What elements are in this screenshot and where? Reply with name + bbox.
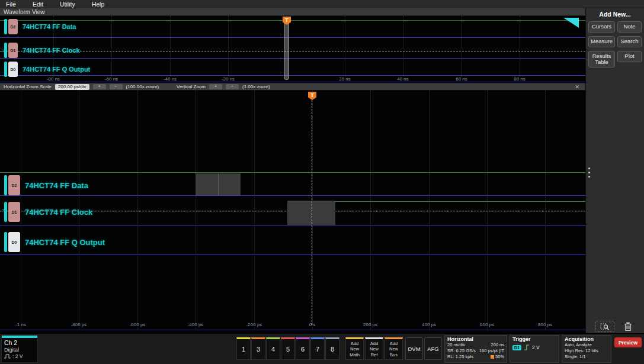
channel-label-d2[interactable]: 74HCT74 FF Data: [23, 23, 76, 30]
axis-tick-label: -200 ps: [246, 322, 262, 327]
gridline-vertical: [487, 91, 488, 330]
trace-data-high: [0, 172, 585, 173]
trigger-title: Trigger: [512, 336, 556, 342]
add-cursors-button[interactable]: Cursors: [588, 21, 615, 33]
overview-bottom-line: [0, 82, 585, 82]
channel-label-d2[interactable]: 74HCT74 FF Data: [25, 181, 88, 190]
menu-item-help[interactable]: Help: [92, 1, 105, 8]
horizontal-zoom-factor: (100.00x zoom): [126, 84, 159, 89]
channel-2-kind: Digital: [2, 346, 37, 353]
trash-button[interactable]: [620, 320, 636, 333]
digital-channel-badge-d1[interactable]: D1: [8, 202, 20, 222]
channel-label-d1[interactable]: 74HCT74 FF Clock: [23, 47, 80, 54]
zoom-select-button[interactable]: [595, 321, 614, 332]
channel-button-8[interactable]: 8: [325, 337, 339, 360]
trigger-position-line: [312, 100, 312, 325]
threshold-icon: [4, 354, 11, 359]
gridline-vertical: [545, 91, 546, 330]
horizontal-zoom-plus-button[interactable]: +: [93, 84, 106, 89]
horizontal-zoom-scale-value[interactable]: 200.00 ps/div: [55, 84, 89, 90]
axis-tick-label: -80 ns: [47, 76, 60, 82]
digital-channel-badge-d1[interactable]: D1: [8, 43, 18, 58]
close-zoom-icon[interactable]: ✕: [575, 84, 582, 90]
tab-waveform-view[interactable]: Waveform View: [4, 9, 44, 15]
channel-2-name: Ch 2: [2, 338, 37, 346]
trace-clock-high: [335, 201, 585, 202]
trigger-level: 2 V: [532, 344, 540, 350]
trigger-flag[interactable]: T: [308, 92, 316, 100]
view-tab-bar: Waveform View: [0, 8, 585, 16]
channel-row-d2: D2 74HCT74 FF Data: [4, 19, 76, 34]
menu-item-file[interactable]: File: [6, 1, 16, 8]
gridline-vertical: [370, 91, 371, 330]
horizontal-zoom-scale-label: Horizontal Zoom Scale: [4, 84, 52, 89]
digital-channel-badge-d2[interactable]: D2: [8, 175, 20, 195]
add-results-table-button[interactable]: Results Table: [588, 51, 615, 67]
channel-label-d0[interactable]: 74HCT74 FF Q Output: [23, 66, 90, 73]
zoom-select-icon: [600, 323, 610, 331]
vertical-zoom-factor: (1.00x zoom): [242, 84, 270, 89]
acquisition-settings-panel[interactable]: Acquisition Auto, Analyze High Res: 12 b…: [562, 335, 611, 363]
horizontal-settings-panel[interactable]: Horizontal 20 ns/div200 ns SR: 6.25 GS/s…: [444, 335, 507, 363]
trigger-source-badge: D1: [512, 345, 521, 350]
menu-item-edit[interactable]: Edit: [33, 1, 43, 8]
axis-tick-label: -20 ns: [222, 76, 235, 82]
overview-corner-handle-icon[interactable]: [563, 18, 579, 28]
channel-button-3[interactable]: 3: [251, 337, 265, 360]
channel-row-d1: D1 74HCT74 FF Clock: [4, 43, 80, 58]
channel-button-1[interactable]: 1: [236, 337, 251, 360]
add-search-button[interactable]: Search: [617, 36, 642, 47]
add-note-button[interactable]: Note: [617, 21, 642, 33]
digital-channel-badge-d2[interactable]: D2: [8, 19, 18, 34]
afg-button[interactable]: AFG: [424, 337, 442, 360]
channel-label-d1[interactable]: 74HCT74 FF Clock: [25, 208, 92, 217]
preview-button[interactable]: Preview: [614, 337, 642, 347]
trace-data-low: [0, 37, 585, 38]
channel-button-4[interactable]: 4: [266, 337, 280, 360]
channel-row-d0: D0 74HCT74 FF Q Output: [4, 62, 90, 77]
channel-label-d0[interactable]: 74HCT74 FF Q Output: [25, 238, 105, 247]
add-plot-button[interactable]: Plot: [617, 51, 642, 62]
axis-tick-label: -600 ps: [130, 322, 146, 327]
trigger-settings-panel[interactable]: Trigger D1 2 V: [510, 335, 559, 363]
bottom-bar: Ch 2 Digital : 2 V 1 3 4 5 6 7 8 Add New…: [0, 333, 644, 364]
channel-button-6[interactable]: 6: [296, 337, 310, 360]
vertical-zoom-label: Vertical Zoom: [177, 84, 206, 89]
axis-tick-label: -40 ns: [164, 76, 177, 82]
trash-icon: [624, 321, 632, 331]
add-new-ref-button[interactable]: Add New Ref: [365, 337, 383, 360]
add-new-bus-button[interactable]: Add New Bus: [385, 337, 403, 360]
panel-drag-handle[interactable]: [587, 167, 591, 182]
channel-2-badge[interactable]: Ch 2 Digital : 2 V: [1, 335, 38, 363]
axis-tick-label: -800 ps: [71, 322, 87, 327]
channel-group-strip: [4, 175, 7, 195]
waveform-overview-panel[interactable]: -> D2 74HCT74 FF Data D1 74HCT74 FF Cloc…: [0, 16, 585, 83]
gridline-vertical: [403, 16, 403, 76]
add-new-panel: Add New... Cursors Note Measure Search R…: [585, 8, 644, 333]
transition-edge: [218, 173, 219, 195]
dvm-button[interactable]: DVM: [405, 337, 423, 360]
vertical-zoom-plus-button[interactable]: +: [209, 84, 222, 89]
add-measure-button[interactable]: Measure: [588, 36, 615, 47]
channel-button-5[interactable]: 5: [281, 337, 295, 360]
menu-item-utility[interactable]: Utility: [60, 1, 75, 8]
vertical-zoom-minus-button[interactable]: −: [226, 84, 239, 89]
axis-tick-label: 60 ns: [456, 76, 467, 82]
waveform-zoom-panel[interactable]: T -> D2 74HCT74 FF Data D1 74HCT74 FF Cl…: [0, 91, 585, 333]
gridline-vertical: [196, 91, 196, 330]
axis-tick-label: 600 ps: [480, 322, 494, 327]
digital-channel-badge-d0[interactable]: D0: [8, 62, 18, 77]
digital-channel-badge-d0[interactable]: D0: [8, 232, 20, 252]
main-bottom-line: [0, 330, 585, 330]
axis-tick-label: 40 ns: [397, 76, 409, 82]
trigger-source-arrow-icon: ->: [1, 208, 5, 213]
trace-clock-low: [0, 225, 585, 226]
zoom-window-indicator[interactable]: [284, 18, 289, 80]
add-new-math-button[interactable]: Add New Math: [345, 337, 364, 360]
horizontal-zoom-minus-button[interactable]: −: [110, 84, 123, 89]
gridline-vertical: [137, 91, 138, 330]
trace-data-low: [0, 195, 585, 196]
channel-button-7[interactable]: 7: [310, 337, 325, 360]
marker-icon: [491, 355, 494, 359]
channel-row-d0: D0 74HCT74 FF Q Output: [4, 232, 105, 252]
